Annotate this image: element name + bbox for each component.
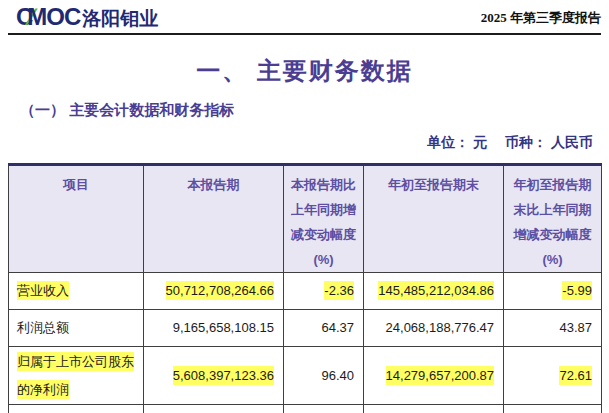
cell-text: 43.87 bbox=[559, 320, 592, 335]
value-cell: 96.40 bbox=[284, 347, 364, 405]
value-cell bbox=[364, 405, 504, 413]
highlighted-text: -5.99 bbox=[562, 281, 592, 300]
value-cell: 5,608,397,123.36 bbox=[144, 347, 284, 405]
highlighted-text: 5,608,397,123.36 bbox=[173, 366, 274, 385]
value-cell: 50,712,708,264.66 bbox=[144, 273, 284, 310]
section-title: 一、 主要财务数据 bbox=[0, 57, 609, 85]
value-cell bbox=[144, 405, 284, 413]
item-name-cell bbox=[9, 405, 144, 413]
column-header: 年初至报告期末比上年同期增减变动幅度(%) bbox=[504, 165, 602, 273]
highlighted-text: 72.61 bbox=[559, 366, 592, 385]
item-name-cell: 利润总额 bbox=[9, 310, 144, 347]
table-body: 营业收入50,712,708,264.66-2.36145,485,212,03… bbox=[9, 273, 602, 413]
cell-text: 24,068,188,776.47 bbox=[386, 320, 494, 335]
logo-letters-moc: MOC bbox=[27, 3, 80, 30]
item-name-cell: 营业收入 bbox=[9, 273, 144, 310]
cell-text: 96.40 bbox=[321, 368, 354, 383]
column-header: 年初至报告期末 bbox=[364, 165, 504, 273]
value-cell: 145,485,212,034.86 bbox=[364, 273, 504, 310]
highlighted-text: 14,279,657,200.87 bbox=[386, 366, 494, 385]
column-header: 本报告期 bbox=[144, 165, 284, 273]
logo-chinese-name: 洛阳钼业 bbox=[82, 8, 158, 29]
value-cell: 43.87 bbox=[504, 310, 602, 347]
cell-text: 9,165,658,108.15 bbox=[173, 320, 274, 335]
value-cell: -2.36 bbox=[284, 273, 364, 310]
column-header: 项目 bbox=[9, 165, 144, 273]
highlighted-text: 50,712,708,264.66 bbox=[166, 281, 274, 300]
unit-currency-label: 单位： 元 币种： 人民币 bbox=[0, 134, 593, 151]
value-cell: 9,165,658,108.15 bbox=[144, 310, 284, 347]
section-subtitle: （一） 主要会计数据和财务指标 bbox=[20, 101, 609, 119]
highlighted-text: 营业收入 bbox=[17, 281, 69, 300]
table-row bbox=[9, 405, 602, 413]
report-period-label: 2025 年第三季度报告 bbox=[481, 9, 601, 30]
table-row: 归属于上市公司股东的净利润5,608,397,123.3696.4014,279… bbox=[9, 347, 602, 405]
value-cell: 24,068,188,776.47 bbox=[364, 310, 504, 347]
financial-data-table: 项目本报告期本报告期比上年同期增减变动幅度(%)年初至报告期末年初至报告期末比上… bbox=[8, 163, 602, 413]
company-logo: C∕MOC洛阳钼业 bbox=[16, 6, 158, 30]
table-row: 利润总额9,165,658,108.1564.3724,068,188,776.… bbox=[9, 310, 602, 347]
column-header: 本报告期比上年同期增减变动幅度(%) bbox=[284, 165, 364, 273]
table-row: 营业收入50,712,708,264.66-2.36145,485,212,03… bbox=[9, 273, 602, 310]
value-cell bbox=[284, 405, 364, 413]
highlighted-text: 归属于上市公司股东的净利润 bbox=[17, 352, 134, 399]
value-cell: -5.99 bbox=[504, 273, 602, 310]
value-cell: 64.37 bbox=[284, 310, 364, 347]
value-cell bbox=[504, 405, 602, 413]
value-cell: 14,279,657,200.87 bbox=[364, 347, 504, 405]
highlighted-text: 145,485,212,034.86 bbox=[378, 281, 494, 300]
cell-text: 利润总额 bbox=[17, 320, 69, 335]
table-header-row: 项目本报告期本报告期比上年同期增减变动幅度(%)年初至报告期末年初至报告期末比上… bbox=[9, 165, 602, 273]
item-name-cell: 归属于上市公司股东的净利润 bbox=[9, 347, 144, 405]
page-header: C∕MOC洛阳钼业 2025 年第三季度报告 bbox=[8, 0, 601, 35]
cell-text: 64.37 bbox=[321, 320, 354, 335]
highlighted-text: -2.36 bbox=[324, 281, 354, 300]
value-cell: 72.61 bbox=[504, 347, 602, 405]
